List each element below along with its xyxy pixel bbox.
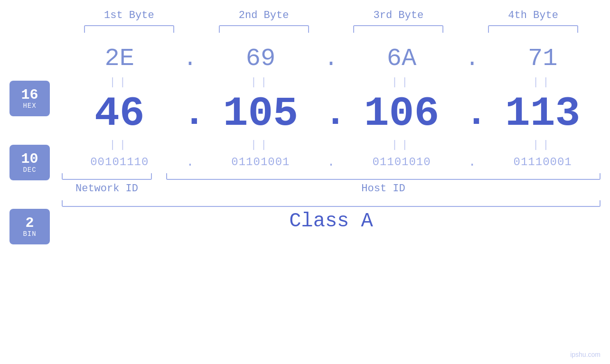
bin-badge: 2 BIN [9,209,50,244]
labels-row: Network ID Host ID [62,183,601,195]
hex-badge-label: HEX [23,102,36,110]
network-id-label: Network ID [62,183,152,195]
bin-row: 00101110 . 01101001 . 01101010 . 0111000… [62,155,601,169]
top-bracket-1 [84,25,174,33]
dot-bin-2: . [324,155,338,169]
bottom-brackets-row [62,173,601,180]
byte-header-1: 1st Byte [77,9,181,21]
class-bracket [62,200,601,207]
dot-dec-2: . [324,92,338,135]
bin-val-3: 01101010 [349,156,454,168]
hex-val-3: 6A [349,45,454,73]
dec-badge: 10 DEC [9,145,50,180]
top-brackets [62,25,601,33]
top-bracket-4 [488,25,578,33]
dot-bin-1: . [183,155,197,169]
dec-badge-label: DEC [23,166,36,174]
equal-1-3: || [349,76,454,88]
dec-val-2: 105 [208,93,313,135]
dot-dec-3: . [465,92,479,135]
equal-1-1: || [67,76,172,88]
byte-header-3: 3rd Byte [346,9,450,21]
hex-val-4: 71 [490,45,595,73]
dec-val-1: 46 [67,93,172,135]
bin-badge-num: 2 [25,216,34,230]
equal-1-2: || [208,76,313,88]
bottom-bracket-network [62,173,152,180]
host-id-label: Host ID [166,183,601,195]
dot-hex-3: . [465,46,479,72]
watermark: ipshu.com [570,351,601,358]
dec-badge-num: 10 [21,152,38,166]
equal-row-2: || || || || [62,139,601,151]
dot-hex-1: . [183,46,197,72]
bin-val-2: 01101001 [208,156,313,168]
bin-val-4: 01110001 [490,156,595,168]
dec-val-3: 106 [349,93,454,135]
hex-badge: 16 HEX [9,81,50,116]
bin-val-1: 00101110 [67,156,172,168]
dot-bin-3: . [465,155,479,169]
equal-2-3: || [349,139,454,151]
top-bracket-2 [219,25,309,33]
hex-val-2: 69 [208,45,313,73]
page: 16 HEX 10 DEC 2 BIN 1st Byte 2nd Byte 3r… [0,0,610,364]
dot-dec-1: . [183,92,197,135]
content-area: 1st Byte 2nd Byte 3rd Byte 4th Byte 2E .… [62,9,601,355]
equal-2-1: || [67,139,172,151]
top-bracket-3 [353,25,443,33]
equal-row-1: || || || || [62,76,601,88]
hex-badge-num: 16 [21,88,38,102]
hex-row: 2E . 69 . 6A . 71 [62,45,601,73]
hex-val-1: 2E [67,45,172,73]
bottom-bracket-host [166,173,601,180]
byte-header-2: 2nd Byte [212,9,316,21]
byte-headers-row: 1st Byte 2nd Byte 3rd Byte 4th Byte [62,9,601,21]
dec-val-4: 113 [490,93,595,135]
equal-2-4: || [490,139,595,151]
dec-row: 46 . 105 . 106 . 113 [62,92,601,135]
dot-hex-2: . [324,46,338,72]
equal-2-2: || [208,139,313,151]
bin-badge-label: BIN [23,230,36,238]
byte-header-4: 4th Byte [481,9,585,21]
equal-1-4: || [490,76,595,88]
class-label: Class A [62,210,601,233]
